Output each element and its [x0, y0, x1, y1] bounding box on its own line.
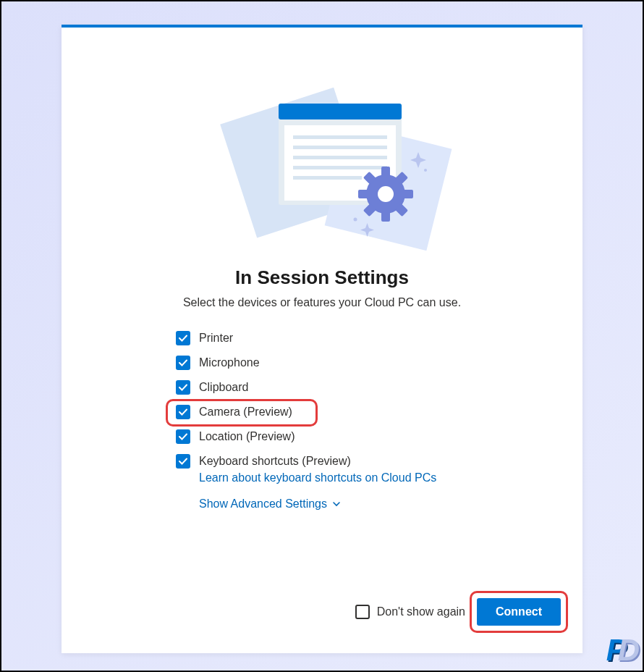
dont-show-again-row: Don't show again	[355, 605, 465, 619]
svg-rect-5	[293, 135, 387, 139]
svg-rect-11	[381, 167, 390, 177]
watermark-logo: PD	[606, 633, 638, 668]
show-advanced-settings[interactable]: Show Advanced Settings	[199, 497, 481, 511]
check-icon	[178, 456, 188, 466]
dialog-title: In Session Settings	[62, 266, 582, 289]
option-label: Printer	[199, 332, 233, 345]
checkbox-keyboard-shortcuts[interactable]	[176, 454, 190, 469]
option-label: Microphone	[199, 356, 260, 369]
keyboard-shortcuts-help-link[interactable]: Learn about keyboard shortcuts on Cloud …	[199, 471, 436, 484]
option-clipboard: Clipboard	[176, 380, 481, 395]
checkbox-clipboard[interactable]	[176, 380, 190, 395]
svg-rect-13	[358, 190, 368, 198]
option-microphone: Microphone	[176, 356, 481, 370]
check-icon	[178, 382, 188, 392]
option-label: Keyboard shortcuts (Preview)	[199, 455, 351, 468]
check-icon	[178, 407, 188, 417]
option-location: Location (Preview)	[176, 429, 481, 444]
advanced-settings-label: Show Advanced Settings	[199, 497, 327, 511]
check-icon	[178, 333, 188, 343]
checkbox-printer[interactable]	[176, 331, 190, 345]
svg-point-21	[424, 169, 427, 172]
keyboard-shortcuts-help-link-row: Learn about keyboard shortcuts on Cloud …	[199, 471, 481, 484]
svg-rect-7	[293, 156, 387, 159]
checkbox-camera[interactable]	[176, 405, 190, 419]
svg-point-20	[354, 218, 357, 222]
checkbox-location[interactable]	[176, 429, 190, 444]
svg-rect-14	[403, 190, 413, 198]
option-keyboard-shortcuts: Keyboard shortcuts (Preview)	[176, 454, 481, 469]
chevron-down-icon	[331, 499, 342, 509]
check-icon	[178, 432, 188, 442]
checkbox-microphone[interactable]	[176, 356, 190, 370]
option-label: Location (Preview)	[199, 430, 295, 443]
svg-rect-9	[293, 176, 362, 180]
option-printer: Printer	[176, 331, 481, 345]
option-camera: Camera (Preview)	[176, 405, 481, 419]
checkbox-dont-show-again[interactable]	[355, 605, 370, 619]
check-icon	[178, 358, 188, 368]
connect-button[interactable]: Connect	[477, 598, 561, 626]
options-list: Printer Microphone Clipboard Camera (Pre…	[163, 331, 481, 511]
option-label: Camera (Preview)	[199, 406, 292, 419]
svg-point-19	[378, 186, 394, 202]
svg-rect-12	[381, 211, 390, 222]
dialog-illustration	[62, 28, 582, 259]
dialog-subtitle: Select the devices or features your Clou…	[62, 296, 582, 309]
settings-dialog: In Session Settings Select the devices o…	[62, 25, 582, 653]
dont-show-again-label: Don't show again	[377, 605, 465, 618]
settings-illustration-svg	[185, 60, 459, 256]
option-label: Clipboard	[199, 381, 248, 394]
dialog-footer: Don't show again Connect	[355, 598, 561, 626]
svg-rect-3	[279, 104, 402, 119]
svg-rect-6	[293, 146, 387, 149]
svg-rect-8	[293, 166, 387, 169]
